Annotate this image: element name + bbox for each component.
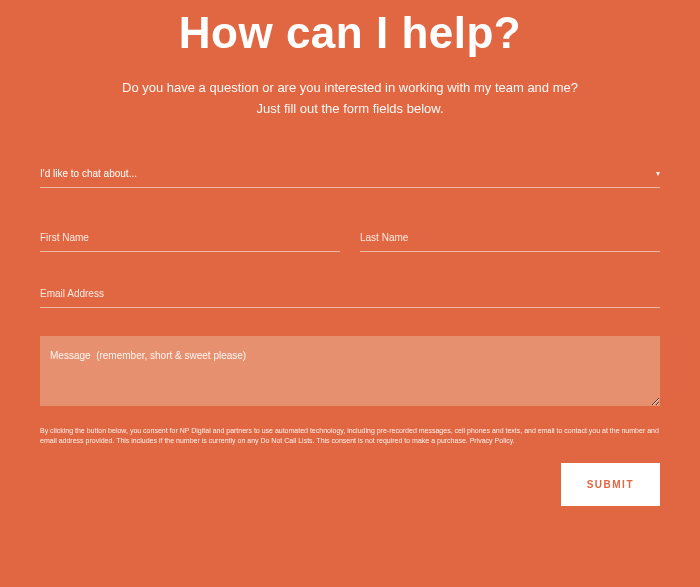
subtext-line-1: Do you have a question or are you intere… [40, 78, 660, 99]
email-field-wrap [40, 280, 660, 308]
email-input[interactable] [40, 280, 660, 307]
disclaimer-text: By clicking the button below, you consen… [40, 426, 660, 447]
message-textarea[interactable] [40, 336, 660, 406]
subtext: Do you have a question or are you intere… [40, 78, 660, 120]
last-name-input[interactable] [360, 224, 660, 251]
last-name-field-wrap [360, 224, 660, 252]
submit-button[interactable]: SUBMIT [561, 463, 660, 506]
chevron-down-icon: ▾ [656, 169, 660, 178]
topic-select-label: I'd like to chat about... [40, 168, 137, 179]
subtext-line-2: Just fill out the form fields below. [40, 99, 660, 120]
page-title: How can I help? [40, 8, 660, 58]
first-name-input[interactable] [40, 224, 340, 251]
topic-select[interactable]: I'd like to chat about... ▾ [40, 160, 660, 188]
first-name-field-wrap [40, 224, 340, 252]
